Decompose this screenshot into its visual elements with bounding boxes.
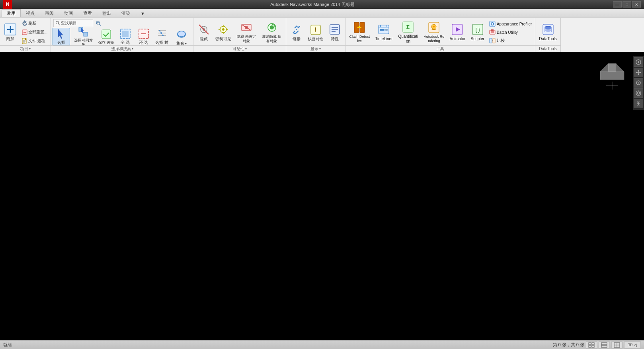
close-button[interactable]: ✕ <box>632 1 641 8</box>
svg-line-115 <box>638 105 640 106</box>
svg-rect-116 <box>589 343 591 345</box>
shortcuts-label: 快捷 特性 <box>308 37 324 41</box>
status-view-btn2[interactable] <box>599 341 610 349</box>
tab-home[interactable]: 常用 <box>2 9 21 17</box>
title-bar: N Autodesk Navisworks Manage 2014 无标题 — … <box>0 0 644 9</box>
project-group-arrow[interactable]: ▾ <box>29 47 31 51</box>
compare-label: 比较 <box>497 38 505 43</box>
svg-point-36 <box>178 31 185 37</box>
group-select-label: 选择和搜索 ▾ <box>51 45 193 52</box>
nav-walk-button[interactable] <box>634 99 643 108</box>
app-logo: N <box>3 0 12 9</box>
visibility-group-arrow[interactable]: ▾ <box>245 47 247 51</box>
svg-text:!: ! <box>314 27 316 33</box>
tab-render[interactable]: 渲染 <box>116 9 135 17</box>
select-same-button[interactable]: 选择 相同对象 <box>71 28 96 45</box>
save-selection-label: 保存 选择 <box>98 41 114 45</box>
svg-point-79 <box>492 23 493 25</box>
reset-all-label: 全部重置... <box>28 29 47 35</box>
ribbon: 常用 视点 审阅 动画 查看 输出 渲染 ▼ <box>0 9 644 52</box>
batch-utility-button[interactable]: Batch Utility <box>488 28 533 36</box>
svg-point-41 <box>222 28 224 31</box>
animator-label: Animator <box>449 37 465 41</box>
tab-animation[interactable]: 动画 <box>59 9 78 17</box>
autodesk-rendering-label: Autodesk Rendering <box>423 35 444 43</box>
timeliner-label: TimeLiner <box>375 37 392 41</box>
nav-pan-button[interactable] <box>634 68 643 77</box>
display-group-arrow[interactable]: ▾ <box>319 47 321 51</box>
force-visible-button[interactable]: 强制可见 <box>213 19 233 45</box>
svg-line-114 <box>637 105 638 106</box>
svg-rect-94 <box>600 72 624 80</box>
clash-detective-button[interactable]: Clash Detective <box>347 19 372 45</box>
hide-button[interactable]: 隐藏 <box>195 19 213 45</box>
autodesk-rendering-button[interactable]: Autodesk Rendering <box>422 19 446 45</box>
clash-detective-label: Clash Detective <box>349 35 370 43</box>
links-button[interactable]: 链接 <box>288 19 305 45</box>
group-project-label: 项目 ▾ <box>0 45 51 52</box>
svg-text:Σ: Σ <box>406 24 410 30</box>
timeliner-button[interactable]: TimeLiner <box>373 19 394 45</box>
maximize-button[interactable]: □ <box>623 1 631 8</box>
refresh-button[interactable]: 刷新 <box>20 19 49 27</box>
svg-point-12 <box>56 21 59 24</box>
svg-point-111 <box>638 101 639 103</box>
select-all-button[interactable]: 全 选 <box>117 28 134 45</box>
save-selection-button[interactable]: 保存 选择 <box>96 28 116 45</box>
select-button[interactable]: 选择 <box>53 28 70 45</box>
group-visibility: 隐藏 强制可见 <box>193 18 286 52</box>
svg-point-98 <box>638 61 639 63</box>
selection-tree-button[interactable]: 选择 树 <box>153 28 171 45</box>
reset-all-button[interactable]: 全部重置... <box>20 28 49 36</box>
quantification-button[interactable]: Σ Quantification <box>396 19 420 45</box>
search-mini-btn[interactable] <box>94 19 100 27</box>
svg-point-50 <box>270 25 274 29</box>
svg-marker-102 <box>640 72 641 73</box>
select-group-arrow[interactable]: ▾ <box>132 47 133 51</box>
tab-viewpoint[interactable]: 视点 <box>21 9 40 17</box>
selection-tree-label: 选择 树 <box>155 40 168 45</box>
tab-more[interactable]: ▼ <box>135 9 150 17</box>
datatools-button[interactable]: DataTools <box>537 19 558 45</box>
svg-marker-99 <box>638 70 639 71</box>
batch-utility-label: Batch Utility <box>497 30 518 35</box>
group-select-search: 查找项目 <box>51 18 193 52</box>
svg-rect-22 <box>102 30 111 39</box>
properties-button[interactable]: 特性 <box>326 19 343 45</box>
page-info: 第 0 张，共 0 张 <box>553 342 584 348</box>
add-button[interactable]: 附加 <box>2 19 19 45</box>
svg-line-34 <box>161 33 163 35</box>
status-view-btn3[interactable] <box>611 341 623 349</box>
links-label: 链接 <box>293 37 301 41</box>
tab-output[interactable]: 输出 <box>97 9 116 17</box>
scripter-button[interactable]: {} Scripter <box>468 19 486 45</box>
search-bar[interactable]: 查找项目 <box>53 19 93 27</box>
sets-button[interactable]: 集合 ▾ <box>172 28 191 45</box>
main-viewport <box>0 56 644 340</box>
minimize-button[interactable]: — <box>613 1 622 8</box>
corner-widget <box>596 60 628 92</box>
shortcuts-button[interactable]: ! 快捷 特性 <box>306 19 326 45</box>
hide-uncomment-button[interactable]: 隐藏 未选定对象 <box>234 19 259 45</box>
status-view-btn1[interactable] <box>586 341 597 349</box>
svg-text:N: N <box>6 2 10 7</box>
appearance-profiler-button[interactable]: Appearance Profiler <box>488 20 533 28</box>
svg-rect-8 <box>25 38 26 40</box>
right-nav <box>633 56 644 110</box>
svg-rect-83 <box>491 29 494 31</box>
animator-button[interactable]: Animator <box>447 19 467 45</box>
nav-orbit-button[interactable] <box>634 57 643 67</box>
file-options-button[interactable]: 文件 选项 <box>20 37 49 45</box>
nav-look-button[interactable] <box>634 88 643 98</box>
deselect-button[interactable]: 还 选 <box>135 28 152 45</box>
ribbon-spacer <box>561 18 644 52</box>
group-tools: Clash Detective TimeLiner <box>345 18 535 52</box>
svg-line-51 <box>296 29 297 30</box>
cancel-hide-button[interactable]: 取消隐藏 所有对象 <box>260 19 284 45</box>
tab-view[interactable]: 查看 <box>78 9 97 17</box>
compare-button[interactable]: 比较 <box>488 37 533 45</box>
project-stack: 刷新 全部重置... <box>20 19 49 45</box>
status-zoom-btn[interactable]: 10 ◁ <box>624 341 641 349</box>
tab-review[interactable]: 审阅 <box>40 9 59 17</box>
nav-zoom-button[interactable] <box>634 78 643 88</box>
